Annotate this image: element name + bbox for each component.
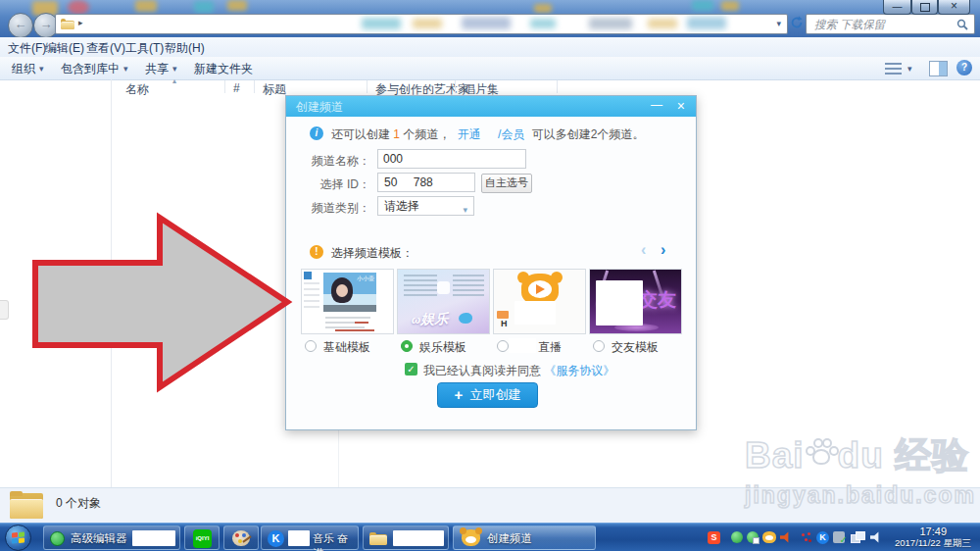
include-in-library-button[interactable]: 包含到库中 [61, 61, 120, 77]
template-thumb-entertainment[interactable]: ω娱乐 [397, 269, 490, 334]
close-button[interactable]: × [938, 0, 970, 15]
censor-box [288, 530, 310, 546]
address-dropdown-icon[interactable]: ▾ [776, 19, 781, 28]
censor-smudge [530, 19, 556, 28]
service-agreement-link[interactable]: 《服务协议》 [544, 364, 614, 377]
desktop-blob-icon [68, 0, 89, 15]
share-button[interactable]: 共享 [145, 61, 169, 77]
start-button[interactable] [5, 525, 31, 551]
thumb-ui-lines [404, 275, 437, 298]
view-options-icon[interactable] [885, 63, 902, 75]
item-count: 0 个对象 [56, 495, 101, 512]
thumb-ui-lines [325, 322, 355, 324]
template-thumb-basic[interactable]: 小小壶 [301, 269, 394, 334]
desktop-blob-icon [135, 0, 157, 12]
windows-flag-icon [12, 532, 24, 544]
menu-view[interactable]: 查看(V) [86, 40, 125, 57]
kugou-tray-icon[interactable]: K [816, 531, 829, 544]
create-now-button[interactable]: + 立即创建 [437, 382, 538, 408]
taskbar-button-folder[interactable] [363, 526, 449, 550]
dropdown-caret-icon: ▾ [172, 64, 177, 74]
menu-help[interactable]: 帮助(H) [165, 40, 205, 57]
radio-basic[interactable] [305, 340, 317, 352]
censor-smudge [413, 19, 442, 28]
member-link[interactable]: /会员 [498, 127, 524, 141]
green-status2-tray-icon[interactable] [747, 531, 759, 543]
censor-box [509, 338, 536, 353]
device-tray-icon[interactable]: ✓ [833, 531, 845, 543]
radio-entertainment[interactable] [401, 340, 413, 352]
channel-category-label: 频道类别： [286, 200, 370, 217]
dialog-close-icon[interactable]: × [677, 98, 685, 114]
address-bar[interactable]: ▸ ▾ [55, 14, 788, 34]
taskbar-button-create-channel[interactable]: 创建频道 [453, 526, 596, 550]
preview-pane-icon[interactable] [929, 61, 948, 76]
dialog-title: 创建频道 [296, 99, 343, 116]
taskbar-button-editor[interactable]: 高级编辑器 [43, 526, 180, 550]
channel-name-input[interactable]: 000 [377, 149, 526, 169]
thumb-ui-lines [304, 282, 319, 312]
column-title[interactable]: 标题 [263, 81, 286, 98]
menu-edit[interactable]: 编辑(E) [45, 40, 84, 57]
channel-id-input[interactable]: 50 788 [377, 173, 475, 192]
channel-category-select[interactable]: 请选择 ▾ [377, 196, 474, 216]
network-tray-icon[interactable] [851, 531, 864, 542]
pick-id-button[interactable]: 自主选号 [481, 174, 532, 193]
red-dots-tray-icon[interactable] [801, 531, 812, 543]
help-icon[interactable]: ? [956, 60, 972, 75]
paw-icon [805, 436, 838, 470]
clock-time: 17:49 [882, 526, 974, 537]
command-bar: 组织 ▾ 包含到库中 ▾ 共享 ▾ 新建文件夹 ▾ ? [0, 57, 980, 80]
template-label: 选择频道模板： [331, 245, 414, 262]
maximize-button[interactable] [911, 0, 938, 15]
taskbar-button-paint[interactable] [223, 526, 259, 550]
search-input[interactable]: 搜索 下载保留 [806, 14, 975, 34]
radio-entertainment-label[interactable]: 娱乐模板 [419, 339, 466, 356]
screen: ← → ▸ ▾ 搜索 下载保留 [0, 0, 980, 551]
radio-live[interactable] [497, 340, 509, 352]
taskbar-clock[interactable]: 17:49 2017/11/22 星期三 [882, 526, 974, 550]
thumb3-mascot-ear [517, 272, 529, 283]
column-name[interactable]: 名称 [125, 81, 149, 98]
channel-name-label: 频道名称： [286, 153, 370, 170]
radio-basic-label[interactable]: 基础模板 [323, 339, 370, 356]
channel-id-part1: 50 [384, 175, 397, 189]
watermark-bai: Bai [745, 435, 805, 476]
radio-live-label[interactable]: 直播 [538, 339, 562, 356]
censor-smudge [362, 18, 401, 29]
minimize-icon: — [893, 1, 903, 12]
taskbar-button-music[interactable]: K 音乐 奋进 [261, 526, 359, 550]
organize-button[interactable]: 组织 [12, 61, 35, 77]
radio-dating-label[interactable]: 交友模板 [612, 339, 659, 356]
column-number[interactable]: # [233, 81, 240, 95]
view-options-caret-icon[interactable]: ▾ [907, 64, 912, 74]
sogou-tray-icon[interactable]: S [708, 531, 720, 544]
open-link[interactable]: 开通 [458, 127, 481, 141]
volume-tray-icon[interactable] [870, 531, 882, 543]
thumb4-text: 交友 [639, 287, 676, 313]
prev-templates-icon[interactable]: ‹ [641, 241, 646, 259]
template-thumb-dating[interactable]: 交友 [589, 269, 682, 334]
template-thumb-live[interactable]: H [493, 269, 586, 334]
yy-tray-icon[interactable] [762, 531, 776, 543]
refresh-icon[interactable] [789, 15, 805, 34]
channel-category-value: 请选择 [384, 199, 419, 213]
volume-orange-tray-icon[interactable] [780, 531, 792, 543]
radio-dating[interactable] [593, 340, 605, 352]
green-status-tray-icon[interactable] [731, 531, 743, 543]
new-folder-button[interactable]: 新建文件夹 [194, 61, 253, 77]
dialog-minimize-icon[interactable]: — [651, 98, 662, 112]
next-templates-icon[interactable]: › [661, 241, 665, 259]
scrollbar-nub[interactable] [0, 300, 9, 320]
desktop-blob-icon [534, 4, 552, 13]
thumb1-caption: 小小壶 [357, 275, 374, 283]
back-button[interactable]: ← [8, 13, 33, 38]
quota-count: 1 [393, 127, 400, 141]
menu-file[interactable]: 文件(F) [8, 40, 46, 57]
agree-checkbox[interactable]: ✓ [405, 363, 417, 376]
minimize-button[interactable]: — [883, 0, 911, 15]
dialog-titlebar[interactable]: 创建频道 — × [286, 96, 696, 117]
taskbar-button-iqiyi[interactable]: iQIYI [184, 526, 220, 550]
iqiyi-icon: iQIYI [193, 529, 212, 548]
menu-tools[interactable]: 工具(T) [125, 40, 164, 57]
